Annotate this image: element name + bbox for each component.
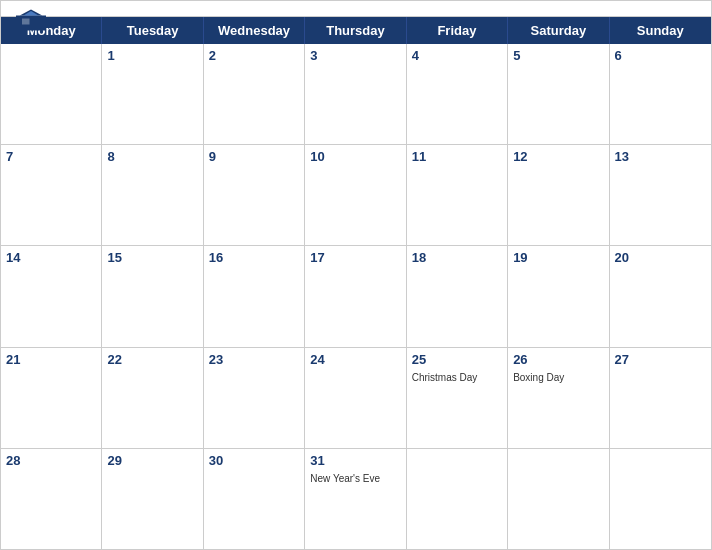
date-number: 20 <box>615 250 706 267</box>
date-number: 27 <box>615 352 706 369</box>
week-row-1: 123456 <box>1 44 711 145</box>
date-number: 17 <box>310 250 400 267</box>
day-cell: 1 <box>102 44 203 144</box>
day-cell: 7 <box>1 145 102 245</box>
day-cell: 20 <box>610 246 711 346</box>
date-number: 19 <box>513 250 603 267</box>
date-number: 6 <box>615 48 706 65</box>
date-number: 13 <box>615 149 706 166</box>
day-cell: 6 <box>610 44 711 144</box>
day-cell: 18 <box>407 246 508 346</box>
date-number: 26 <box>513 352 603 369</box>
day-cell: 15 <box>102 246 203 346</box>
date-number: 23 <box>209 352 299 369</box>
date-number: 9 <box>209 149 299 166</box>
weeks-container: 1234567891011121314151617181920212223242… <box>1 44 711 549</box>
day-cell: 2 <box>204 44 305 144</box>
svg-rect-3 <box>22 19 30 25</box>
day-cell: 30 <box>204 449 305 549</box>
date-number: 12 <box>513 149 603 166</box>
date-number: 31 <box>310 453 400 470</box>
date-number: 5 <box>513 48 603 65</box>
day-header-saturday: Saturday <box>508 17 609 44</box>
date-number: 7 <box>6 149 96 166</box>
date-number: 22 <box>107 352 197 369</box>
logo-area <box>16 9 46 33</box>
day-cell: 19 <box>508 246 609 346</box>
day-cell: 16 <box>204 246 305 346</box>
event-label: Boxing Day <box>513 371 603 384</box>
day-cell: 31New Year's Eve <box>305 449 406 549</box>
day-cell <box>508 449 609 549</box>
event-label: New Year's Eve <box>310 472 400 485</box>
day-cell: 13 <box>610 145 711 245</box>
day-cell: 3 <box>305 44 406 144</box>
date-number: 4 <box>412 48 502 65</box>
day-cell: 9 <box>204 145 305 245</box>
day-cell: 26Boxing Day <box>508 348 609 448</box>
week-row-2: 78910111213 <box>1 145 711 246</box>
week-row-3: 14151617181920 <box>1 246 711 347</box>
day-cell <box>1 44 102 144</box>
day-cell: 8 <box>102 145 203 245</box>
svg-rect-0 <box>16 16 46 31</box>
day-cell: 24 <box>305 348 406 448</box>
day-cell: 28 <box>1 449 102 549</box>
day-header-friday: Friday <box>407 17 508 44</box>
date-number: 28 <box>6 453 96 470</box>
date-number: 11 <box>412 149 502 166</box>
day-cell: 22 <box>102 348 203 448</box>
day-cell: 5 <box>508 44 609 144</box>
day-cell: 21 <box>1 348 102 448</box>
date-number: 14 <box>6 250 96 267</box>
day-header-tuesday: Tuesday <box>102 17 203 44</box>
day-cell: 10 <box>305 145 406 245</box>
date-number: 29 <box>107 453 197 470</box>
day-header-thursday: Thursday <box>305 17 406 44</box>
day-cell: 11 <box>407 145 508 245</box>
date-number: 24 <box>310 352 400 369</box>
date-number: 15 <box>107 250 197 267</box>
date-number: 30 <box>209 453 299 470</box>
date-number: 18 <box>412 250 502 267</box>
calendar-header <box>1 1 711 16</box>
date-number: 21 <box>6 352 96 369</box>
day-header-wednesday: Wednesday <box>204 17 305 44</box>
generalblue-logo-icon <box>16 9 46 31</box>
day-cell: 23 <box>204 348 305 448</box>
date-number: 10 <box>310 149 400 166</box>
event-label: Christmas Day <box>412 371 502 384</box>
day-cell: 4 <box>407 44 508 144</box>
date-number: 3 <box>310 48 400 65</box>
day-cell: 25Christmas Day <box>407 348 508 448</box>
day-cell: 17 <box>305 246 406 346</box>
date-number: 25 <box>412 352 502 369</box>
day-cell: 14 <box>1 246 102 346</box>
calendar-grid: MondayTuesdayWednesdayThursdayFridaySatu… <box>1 16 711 549</box>
day-headers-row: MondayTuesdayWednesdayThursdayFridaySatu… <box>1 17 711 44</box>
date-number: 16 <box>209 250 299 267</box>
day-cell: 27 <box>610 348 711 448</box>
date-number: 8 <box>107 149 197 166</box>
day-cell: 12 <box>508 145 609 245</box>
day-header-sunday: Sunday <box>610 17 711 44</box>
date-number: 2 <box>209 48 299 65</box>
week-row-4: 2122232425Christmas Day26Boxing Day27 <box>1 348 711 449</box>
date-number: 1 <box>107 48 197 65</box>
calendar-container: MondayTuesdayWednesdayThursdayFridaySatu… <box>0 0 712 550</box>
day-cell: 29 <box>102 449 203 549</box>
week-row-5: 28293031New Year's Eve <box>1 449 711 549</box>
day-cell <box>407 449 508 549</box>
day-cell <box>610 449 711 549</box>
